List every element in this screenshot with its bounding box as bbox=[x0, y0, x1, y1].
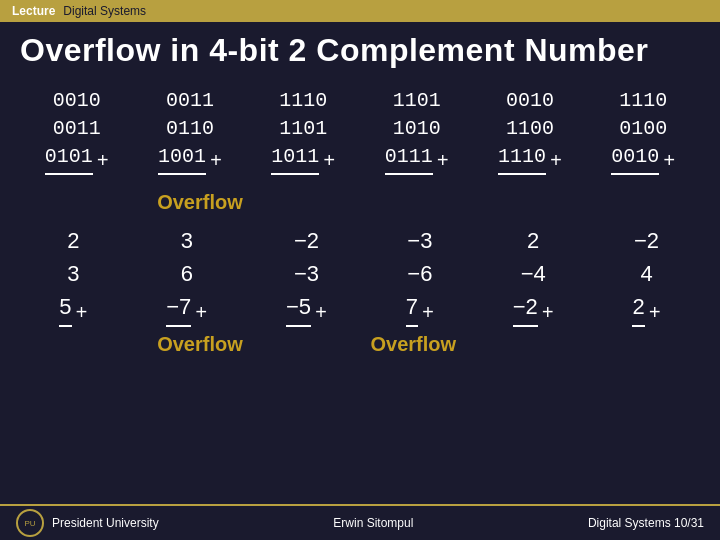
overflow-slot-bin-4 bbox=[475, 187, 565, 214]
bin-line-0: 1101 bbox=[393, 87, 441, 115]
logo-icon: PU bbox=[16, 509, 44, 537]
binary-block-4: 001011001110+ bbox=[498, 87, 562, 175]
bin-line-2: 1011 bbox=[271, 143, 319, 171]
dec-line-0: −3 bbox=[407, 224, 432, 257]
binary-row: 001000110101+001101101001+111011011011+1… bbox=[20, 87, 700, 175]
bin-line-0: 0010 bbox=[506, 87, 554, 115]
slide: Lecture Digital Systems Overflow in 4-bi… bbox=[0, 0, 720, 540]
bin-line-2: 0111 bbox=[385, 143, 433, 171]
bin-line-0: 0010 bbox=[53, 87, 101, 115]
bin-line-1: 0110 bbox=[166, 115, 214, 143]
decimal-block-2: −2−3−5+ bbox=[286, 224, 327, 327]
overflow-label: Overflow bbox=[155, 191, 245, 214]
overflow-label-dec: Overflow bbox=[155, 333, 245, 356]
binary-block-3: 110110100111+ bbox=[385, 87, 449, 175]
plus-sign-icon: + bbox=[663, 150, 675, 173]
overflow-slot-dec-5 bbox=[582, 329, 672, 356]
bin-line-0: 1110 bbox=[279, 87, 327, 115]
overflow-labels-decimal: OverflowOverflow bbox=[20, 329, 700, 356]
dec-line-2: 5 bbox=[59, 290, 71, 323]
dec-line-1: 3 bbox=[67, 257, 79, 290]
decimal-block-5: −242+ bbox=[632, 224, 660, 327]
dec-line-2: 2 bbox=[632, 290, 644, 323]
plus-sign-icon: + bbox=[210, 150, 222, 173]
university-label: President University bbox=[52, 516, 159, 530]
author-label: Erwin Sitompul bbox=[333, 516, 413, 530]
overflow-slot-bin-2 bbox=[262, 187, 352, 214]
title-bar: Overflow in 4-bit 2 Complement Number bbox=[0, 22, 720, 77]
footer-left: PU President University bbox=[16, 509, 159, 537]
decimal-block-1: 36−7+ bbox=[166, 224, 207, 327]
dec-line-1: 4 bbox=[640, 257, 652, 290]
dec-line-2: −2 bbox=[513, 290, 538, 323]
dec-line-0: 2 bbox=[527, 224, 539, 257]
plus-sign-icon: + bbox=[76, 302, 88, 325]
bin-line-1: 1100 bbox=[506, 115, 554, 143]
dec-line-2: −5 bbox=[286, 290, 311, 323]
overflow-label-dec: Overflow bbox=[368, 333, 458, 356]
decimal-row: 235+36−7+−2−3−5+−3−67+2−4−2+−242+ bbox=[20, 224, 700, 327]
dec-line-1: −3 bbox=[294, 257, 319, 290]
decimal-block-4: 2−4−2+ bbox=[513, 224, 554, 327]
overflow-slot-dec-4 bbox=[475, 329, 565, 356]
overflow-slot-bin-1: Overflow bbox=[155, 187, 245, 214]
decimal-block-0: 235+ bbox=[59, 224, 87, 327]
overflow-slot-dec-0 bbox=[48, 329, 138, 356]
plus-sign-icon: + bbox=[195, 302, 207, 325]
overflow-slot-bin-3 bbox=[368, 187, 458, 214]
plus-sign-icon: + bbox=[542, 302, 554, 325]
plus-sign-icon: + bbox=[97, 150, 109, 173]
bin-line-0: 1110 bbox=[619, 87, 667, 115]
overflow-slot-dec-3: Overflow bbox=[368, 329, 458, 356]
binary-block-0: 001000110101+ bbox=[45, 87, 109, 175]
bin-line-1: 0100 bbox=[619, 115, 667, 143]
footer: PU President University Erwin Sitompul D… bbox=[0, 504, 720, 540]
dec-line-0: −2 bbox=[634, 224, 659, 257]
bin-line-1: 1101 bbox=[279, 115, 327, 143]
plus-sign-icon: + bbox=[437, 150, 449, 173]
dec-line-0: 2 bbox=[67, 224, 79, 257]
dec-line-2: 7 bbox=[406, 290, 418, 323]
bin-line-2: 1110 bbox=[498, 143, 546, 171]
bin-line-0: 0011 bbox=[166, 87, 214, 115]
course-label: Digital Systems bbox=[63, 4, 146, 18]
lecture-label: Lecture bbox=[12, 4, 55, 18]
plus-sign-icon: + bbox=[649, 302, 661, 325]
dec-line-0: −2 bbox=[294, 224, 319, 257]
overflow-slot-bin-5 bbox=[582, 187, 672, 214]
overflow-slot-dec-1: Overflow bbox=[155, 329, 245, 356]
content-area: 001000110101+001101101001+111011011011+1… bbox=[0, 77, 720, 504]
plus-sign-icon: + bbox=[422, 302, 434, 325]
bin-line-2: 0101 bbox=[45, 143, 93, 171]
overflow-labels-binary: Overflow bbox=[20, 187, 700, 214]
dec-line-0: 3 bbox=[181, 224, 193, 257]
bin-line-2: 0010 bbox=[611, 143, 659, 171]
bin-line-1: 0011 bbox=[53, 115, 101, 143]
dec-line-1: −6 bbox=[407, 257, 432, 290]
overflow-slot-dec-2 bbox=[262, 329, 352, 356]
bin-line-1: 1010 bbox=[393, 115, 441, 143]
plus-sign-icon: + bbox=[550, 150, 562, 173]
top-bar: Lecture Digital Systems bbox=[0, 0, 720, 22]
dec-line-1: −4 bbox=[521, 257, 546, 290]
page-title: Overflow in 4-bit 2 Complement Number bbox=[20, 32, 700, 69]
decimal-block-3: −3−67+ bbox=[406, 224, 434, 327]
plus-sign-icon: + bbox=[323, 150, 335, 173]
overflow-slot-bin-0 bbox=[48, 187, 138, 214]
binary-block-5: 111001000010+ bbox=[611, 87, 675, 175]
bin-line-2: 1001 bbox=[158, 143, 206, 171]
dec-line-2: −7 bbox=[166, 290, 191, 323]
binary-block-1: 001101101001+ bbox=[158, 87, 222, 175]
dec-line-1: 6 bbox=[181, 257, 193, 290]
binary-block-2: 111011011011+ bbox=[271, 87, 335, 175]
page-number: Digital Systems 10/31 bbox=[588, 516, 704, 530]
plus-sign-icon: + bbox=[315, 302, 327, 325]
